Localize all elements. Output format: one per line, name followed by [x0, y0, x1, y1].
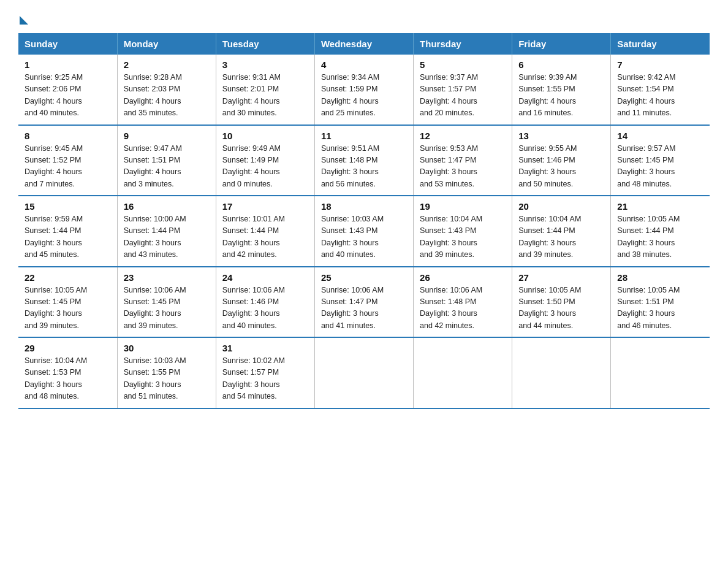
calendar-cell: 6Sunrise: 9:39 AMSunset: 1:55 PMDaylight… [512, 55, 611, 125]
day-info: Sunrise: 9:53 AMSunset: 1:47 PMDaylight:… [420, 143, 506, 191]
day-info: Sunrise: 10:06 AMSunset: 1:47 PMDaylight… [321, 285, 407, 332]
day-info: Sunrise: 9:55 AMSunset: 1:46 PMDaylight:… [518, 143, 604, 191]
day-info: Sunrise: 10:05 AMSunset: 1:45 PMDaylight… [25, 285, 111, 332]
calendar-cell: 18Sunrise: 10:03 AMSunset: 1:43 PMDaylig… [314, 196, 413, 267]
calendar-cell: 29Sunrise: 10:04 AMSunset: 1:53 PMDaylig… [18, 337, 117, 408]
day-number: 27 [518, 272, 604, 283]
page-header [18, 12, 710, 22]
day-info: Sunrise: 9:59 AMSunset: 1:44 PMDaylight:… [25, 213, 111, 261]
calendar-cell: 11Sunrise: 9:51 AMSunset: 1:48 PMDayligh… [314, 125, 413, 196]
day-number: 23 [124, 272, 210, 283]
col-header-friday: Friday [512, 33, 611, 55]
day-number: 7 [617, 59, 703, 70]
week-row-2: 8Sunrise: 9:45 AMSunset: 1:52 PMDaylight… [18, 125, 710, 196]
week-row-5: 29Sunrise: 10:04 AMSunset: 1:53 PMDaylig… [18, 337, 710, 408]
col-header-wednesday: Wednesday [314, 33, 413, 55]
day-number: 15 [25, 201, 111, 212]
calendar-cell: 9Sunrise: 9:47 AMSunset: 1:51 PMDaylight… [117, 125, 216, 196]
day-info: Sunrise: 10:00 AMSunset: 1:44 PMDaylight… [124, 213, 210, 261]
day-info: Sunrise: 9:34 AMSunset: 1:59 PMDaylight:… [321, 72, 407, 120]
day-number: 3 [222, 59, 308, 70]
calendar-cell: 31Sunrise: 10:02 AMSunset: 1:57 PMDaylig… [216, 337, 314, 408]
day-number: 10 [222, 131, 308, 141]
day-number: 25 [321, 272, 407, 283]
day-number: 17 [222, 201, 308, 212]
day-number: 8 [25, 131, 111, 141]
day-number: 26 [420, 272, 506, 283]
day-info: Sunrise: 9:49 AMSunset: 1:49 PMDaylight:… [222, 143, 308, 191]
calendar-cell [414, 337, 512, 408]
day-info: Sunrise: 10:06 AMSunset: 1:46 PMDaylight… [222, 285, 308, 332]
day-number: 4 [321, 59, 407, 70]
calendar-cell: 10Sunrise: 9:49 AMSunset: 1:49 PMDayligh… [216, 125, 314, 196]
calendar-cell: 20Sunrise: 10:04 AMSunset: 1:44 PMDaylig… [512, 196, 611, 267]
day-info: Sunrise: 9:37 AMSunset: 1:57 PMDaylight:… [420, 72, 506, 120]
calendar-cell [611, 337, 710, 408]
day-number: 14 [617, 131, 703, 141]
day-number: 13 [518, 131, 604, 141]
day-number: 5 [420, 59, 506, 70]
calendar-cell: 14Sunrise: 9:57 AMSunset: 1:45 PMDayligh… [611, 125, 710, 196]
calendar-cell: 1Sunrise: 9:25 AMSunset: 2:06 PMDaylight… [18, 55, 117, 125]
calendar-cell: 25Sunrise: 10:06 AMSunset: 1:47 PMDaylig… [314, 267, 413, 338]
day-number: 18 [321, 201, 407, 212]
calendar-cell: 13Sunrise: 9:55 AMSunset: 1:46 PMDayligh… [512, 125, 611, 196]
col-header-monday: Monday [117, 33, 216, 55]
day-number: 29 [25, 343, 111, 353]
day-info: Sunrise: 9:31 AMSunset: 2:01 PMDaylight:… [222, 72, 308, 120]
day-number: 16 [124, 201, 210, 212]
day-info: Sunrise: 10:06 AMSunset: 1:48 PMDaylight… [420, 285, 506, 332]
col-header-tuesday: Tuesday [216, 33, 314, 55]
day-number: 6 [518, 59, 604, 70]
day-info: Sunrise: 10:05 AMSunset: 1:51 PMDaylight… [617, 285, 703, 332]
calendar-cell: 17Sunrise: 10:01 AMSunset: 1:44 PMDaylig… [216, 196, 314, 267]
day-info: Sunrise: 9:28 AMSunset: 2:03 PMDaylight:… [124, 72, 210, 120]
day-info: Sunrise: 10:04 AMSunset: 1:53 PMDaylight… [25, 355, 111, 403]
calendar-cell: 4Sunrise: 9:34 AMSunset: 1:59 PMDaylight… [314, 55, 413, 125]
day-number: 12 [420, 131, 506, 141]
col-header-thursday: Thursday [414, 33, 512, 55]
calendar-cell: 28Sunrise: 10:05 AMSunset: 1:51 PMDaylig… [611, 267, 710, 338]
day-info: Sunrise: 10:05 AMSunset: 1:44 PMDaylight… [617, 213, 703, 261]
day-number: 22 [25, 272, 111, 283]
day-info: Sunrise: 9:39 AMSunset: 1:55 PMDaylight:… [518, 72, 604, 120]
day-info: Sunrise: 9:45 AMSunset: 1:52 PMDaylight:… [25, 143, 111, 191]
calendar-cell: 23Sunrise: 10:06 AMSunset: 1:45 PMDaylig… [117, 267, 216, 338]
day-number: 9 [124, 131, 210, 141]
day-number: 2 [124, 59, 210, 70]
week-row-1: 1Sunrise: 9:25 AMSunset: 2:06 PMDaylight… [18, 55, 710, 125]
day-info: Sunrise: 10:01 AMSunset: 1:44 PMDaylight… [222, 213, 308, 261]
calendar-cell: 3Sunrise: 9:31 AMSunset: 2:01 PMDaylight… [216, 55, 314, 125]
col-header-sunday: Sunday [18, 33, 117, 55]
logo [18, 12, 28, 22]
day-number: 1 [25, 59, 111, 70]
day-info: Sunrise: 9:25 AMSunset: 2:06 PMDaylight:… [25, 72, 111, 120]
day-number: 21 [617, 201, 703, 212]
day-info: Sunrise: 9:51 AMSunset: 1:48 PMDaylight:… [321, 143, 407, 191]
day-info: Sunrise: 9:57 AMSunset: 1:45 PMDaylight:… [617, 143, 703, 191]
day-info: Sunrise: 10:04 AMSunset: 1:44 PMDaylight… [518, 213, 604, 261]
calendar-table: SundayMondayTuesdayWednesdayThursdayFrid… [18, 33, 710, 409]
day-info: Sunrise: 10:06 AMSunset: 1:45 PMDaylight… [124, 285, 210, 332]
calendar-cell: 2Sunrise: 9:28 AMSunset: 2:03 PMDaylight… [117, 55, 216, 125]
day-info: Sunrise: 10:04 AMSunset: 1:43 PMDaylight… [420, 213, 506, 261]
calendar-cell: 16Sunrise: 10:00 AMSunset: 1:44 PMDaylig… [117, 196, 216, 267]
day-info: Sunrise: 9:47 AMSunset: 1:51 PMDaylight:… [124, 143, 210, 191]
day-number: 24 [222, 272, 308, 283]
day-number: 19 [420, 201, 506, 212]
calendar-cell: 15Sunrise: 9:59 AMSunset: 1:44 PMDayligh… [18, 196, 117, 267]
calendar-cell: 27Sunrise: 10:05 AMSunset: 1:50 PMDaylig… [512, 267, 611, 338]
calendar-cell: 22Sunrise: 10:05 AMSunset: 1:45 PMDaylig… [18, 267, 117, 338]
calendar-cell: 26Sunrise: 10:06 AMSunset: 1:48 PMDaylig… [414, 267, 512, 338]
calendar-cell: 5Sunrise: 9:37 AMSunset: 1:57 PMDaylight… [414, 55, 512, 125]
calendar-cell: 24Sunrise: 10:06 AMSunset: 1:46 PMDaylig… [216, 267, 314, 338]
day-info: Sunrise: 10:03 AMSunset: 1:43 PMDaylight… [321, 213, 407, 261]
calendar-cell: 12Sunrise: 9:53 AMSunset: 1:47 PMDayligh… [414, 125, 512, 196]
calendar-cell [314, 337, 413, 408]
logo-arrow-icon [20, 16, 28, 25]
calendar-cell [512, 337, 611, 408]
day-number: 28 [617, 272, 703, 283]
day-info: Sunrise: 10:03 AMSunset: 1:55 PMDaylight… [124, 355, 210, 403]
day-number: 31 [222, 343, 308, 353]
calendar-cell: 8Sunrise: 9:45 AMSunset: 1:52 PMDaylight… [18, 125, 117, 196]
